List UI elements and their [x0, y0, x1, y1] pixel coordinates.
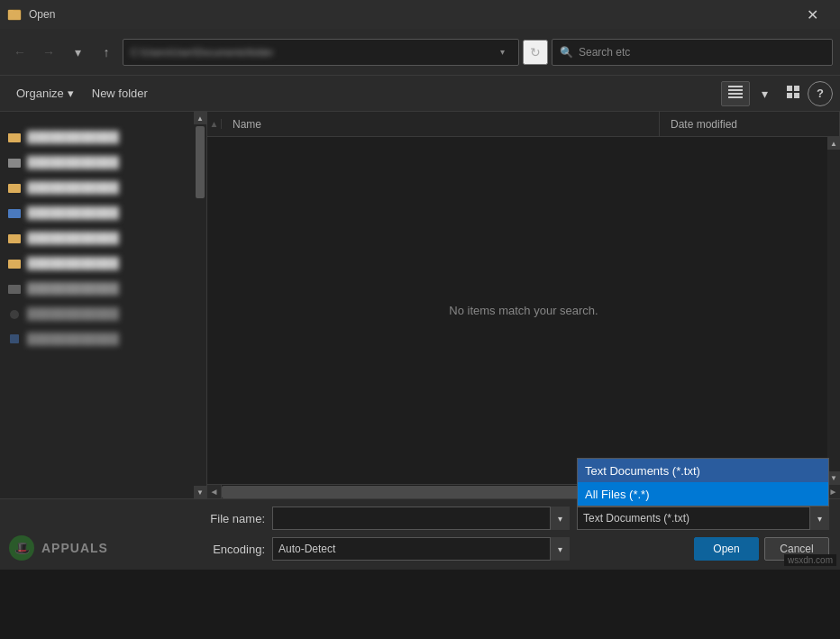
scroll-left-button[interactable]: ◄ — [207, 485, 222, 499]
sidebar-item-label: ████████████ — [27, 131, 119, 143]
sidebar-item[interactable]: ████████████ — [0, 225, 194, 251]
sidebar-scroll-up[interactable]: ▲ — [194, 112, 206, 124]
address-bar-content: C:\Users\User\Documents\folder — [131, 47, 493, 58]
sidebar-item[interactable]: ████████████ — [0, 276, 194, 301]
sidebar-item-icon-1 — [7, 155, 22, 169]
forward-button[interactable]: → — [36, 40, 61, 65]
file-type-container: Text Documents (*.txt) ▾ Text Documents … — [577, 507, 829, 530]
svg-rect-8 — [794, 86, 799, 91]
sidebar-item-icon-8 — [7, 332, 22, 346]
sidebar-item-icon-5 — [7, 256, 22, 270]
back-button[interactable]: ← — [7, 40, 32, 65]
svg-rect-18 — [8, 260, 21, 269]
up-button[interactable]: ↑ — [94, 40, 119, 65]
nav-bar: ← → ▾ ↑ C:\Users\User\Documents\folder ▾… — [0, 29, 840, 76]
svg-point-20 — [10, 310, 19, 319]
search-bar[interactable]: 🔍 — [552, 39, 833, 66]
sidebar-item-icon-3 — [7, 205, 22, 220]
encoding-container: ▾ — [272, 537, 570, 561]
file-type-menu: Text Documents (*.txt) All Files (*.*) — [577, 458, 829, 507]
svg-rect-2 — [8, 10, 14, 13]
dropdown-item-txt[interactable]: Text Documents (*.txt) — [578, 459, 828, 482]
svg-rect-19 — [8, 285, 21, 294]
bottom-section: File name: ▾ Text Documents (*.txt) ▾ Te… — [0, 499, 840, 570]
file-area: ▲ Name Date modified No items match your… — [207, 112, 840, 498]
sidebar-item[interactable]: ████████████ — [0, 301, 194, 326]
sidebar-scrollbar-thumb[interactable] — [196, 126, 205, 198]
toolbar: Organize ▾ New folder ▾ ? — [0, 76, 840, 112]
sidebar-item[interactable]: ████████████ — [0, 326, 194, 351]
help-button[interactable]: ? — [808, 81, 833, 106]
svg-text:🎩: 🎩 — [14, 541, 31, 556]
sidebar-item[interactable]: ████████████ — [0, 200, 194, 225]
file-header: ▲ Name Date modified — [207, 112, 840, 137]
encoding-label: Encoding: — [193, 543, 265, 556]
view-tiles-icon — [787, 86, 799, 101]
svg-rect-12 — [8, 133, 13, 136]
file-type-dropdown-btn[interactable]: ▾ — [809, 507, 829, 530]
svg-rect-4 — [728, 89, 743, 91]
file-name-container: ▾ — [272, 507, 570, 530]
file-name-row: File name: ▾ Text Documents (*.txt) ▾ Te… — [0, 499, 840, 534]
nav-dropdown-button[interactable]: ▾ — [65, 40, 90, 65]
organize-arrow: ▾ — [68, 87, 74, 100]
address-bar[interactable]: C:\Users\User\Documents\folder ▾ — [123, 39, 519, 66]
title-bar: Open ✕ — [0, 0, 840, 29]
branding: 🎩 APPUALS — [7, 534, 108, 562]
file-empty-message: No items match your search. — [207, 137, 840, 484]
sidebar-item[interactable]: ████████████ — [0, 175, 194, 200]
sidebar-item-icon-2 — [7, 180, 22, 195]
search-icon: 🔍 — [560, 46, 573, 59]
scroll-thumb[interactable] — [222, 486, 584, 498]
file-vscroll-down[interactable]: ▼ — [827, 471, 840, 484]
col-header-date[interactable]: Date modified — [660, 112, 840, 136]
encoding-input[interactable] — [272, 537, 570, 561]
svg-rect-15 — [8, 184, 21, 193]
search-input[interactable] — [579, 46, 825, 59]
sidebar-item-label: ████████████ — [27, 282, 119, 295]
sidebar-scroll-down[interactable]: ▼ — [194, 486, 206, 498]
sidebar-item-label: ████████████ — [27, 206, 119, 219]
svg-rect-9 — [787, 93, 792, 98]
col-header-name[interactable]: Name — [222, 112, 660, 136]
svg-rect-10 — [794, 93, 799, 98]
sidebar-item-icon-4 — [7, 231, 22, 245]
sidebar-item-label: ████████████ — [27, 181, 119, 194]
view-tiles-button[interactable] — [779, 81, 808, 106]
organize-button[interactable]: Organize ▾ — [7, 81, 83, 106]
file-type-dropdown[interactable]: Text Documents (*.txt) — [577, 507, 829, 530]
file-name-input[interactable] — [272, 507, 570, 530]
sidebar-item[interactable]: ████████████ — [0, 251, 194, 276]
svg-rect-16 — [8, 209, 21, 218]
svg-rect-5 — [728, 93, 743, 95]
svg-rect-3 — [728, 86, 743, 87]
file-vscrollbar: ▲ ▼ — [827, 137, 840, 484]
dropdown-item-all[interactable]: All Files (*.*) — [578, 482, 828, 506]
sidebar-item[interactable]: ████████████ — [0, 150, 194, 175]
title-bar-title: Open — [29, 8, 791, 21]
sidebar-item-icon-0 — [7, 130, 22, 144]
file-vscroll-up[interactable]: ▲ — [827, 137, 840, 150]
new-folder-button[interactable]: New folder — [83, 81, 157, 106]
address-bar-dropdown[interactable]: ▾ — [493, 47, 511, 57]
view-details-button[interactable] — [721, 81, 750, 106]
view-dropdown-button[interactable]: ▾ — [750, 81, 779, 106]
sidebar: ▲ ████████████ ████████████ ████████████ — [0, 112, 207, 498]
sidebar-item-icon-6 — [7, 281, 22, 296]
encoding-dropdown[interactable]: ▾ — [550, 537, 570, 561]
sidebar-item-label: ████████████ — [27, 156, 119, 169]
svg-rect-7 — [787, 86, 792, 91]
main-area: ▲ ████████████ ████████████ ████████████ — [0, 112, 840, 499]
open-button[interactable]: Open — [694, 537, 759, 561]
file-name-dropdown[interactable]: ▾ — [550, 507, 570, 530]
brand-name: APPUALS — [41, 541, 108, 555]
sidebar-item-label: ████████████ — [27, 333, 119, 345]
svg-rect-14 — [8, 159, 13, 161]
file-name-label: File name: — [193, 512, 265, 525]
brand-logo: 🎩 — [7, 534, 36, 562]
scroll-up-arrow[interactable]: ▲ — [207, 119, 222, 129]
close-button[interactable]: ✕ — [791, 0, 833, 29]
refresh-button[interactable]: ↻ — [523, 40, 548, 65]
sidebar-item-label: ████████████ — [27, 307, 119, 320]
sidebar-item[interactable]: ████████████ — [0, 124, 194, 150]
